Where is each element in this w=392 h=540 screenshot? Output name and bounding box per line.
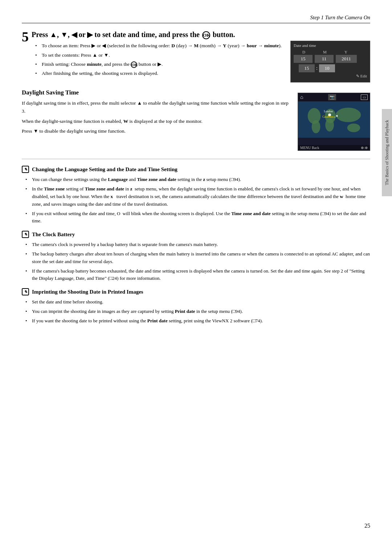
hour-field: 15 [299, 64, 315, 72]
step5-bullet-4: After finishing the setting, the shootin… [35, 70, 282, 77]
minute-field: 10 [319, 64, 335, 72]
svg-point-4 [336, 108, 361, 122]
y-label: Y [336, 50, 355, 54]
svg-text:Casablanca: Casablanca [322, 115, 335, 118]
note1-title: ✎ Changing the Language Setting and the … [22, 166, 370, 173]
note2-bullets: The camera's clock is powered by a backu… [22, 241, 370, 282]
note3-bullet-2: You can imprint the shooting date in ima… [25, 308, 370, 315]
world-map-svg: London Casablanca [298, 101, 370, 138]
edit-icon: ✎ [356, 74, 359, 78]
step5-bullet-1: To choose an item: Press ▶ or ◀ (selecte… [35, 42, 282, 49]
time-row: 15 : 10 [294, 64, 367, 72]
step5-bullet-2: To set the contents: Press ▲ or ▼. [35, 52, 282, 59]
note2-bullet-1: The camera's clock is powered by a backu… [25, 241, 370, 249]
month-field: 11 [315, 55, 334, 63]
note1-body: You can change these settings using the … [22, 176, 370, 225]
svg-point-5 [347, 124, 360, 132]
page-container: Step 1 Turn the Camera On 5 Press ▲, ▼, … [0, 0, 392, 540]
daylight-body1: If daylight saving time is in effect, pr… [22, 99, 290, 115]
ok-button-icon: OK [202, 31, 210, 39]
step5-left: 5 Press ▲, ▼, ◀ or ▶ to set date and tim… [22, 30, 283, 82]
note1-bullet-2: In the Time zone setting of Time zone an… [25, 185, 370, 208]
daylight-body3: Press ▼ to disable the daylight saving t… [22, 127, 290, 135]
year-field: 2011 [336, 55, 357, 63]
note2-bullet-2: The backup battery charges after about t… [25, 250, 370, 266]
note3-title: ✎ Imprinting the Shooting Date in Printe… [22, 288, 370, 295]
m-label: M [315, 50, 334, 54]
date-row: 15 11 2011 [294, 55, 367, 63]
header-title: Step 1 Turn the Camera On [310, 15, 370, 21]
note3-bullets: Set the date and time before shooting. Y… [22, 298, 370, 325]
date-time-label: Date and time [294, 43, 367, 48]
step5-number: 5 [22, 30, 29, 44]
dmy-labels: D M Y [294, 50, 367, 54]
day-field: 15 [294, 55, 313, 63]
note1-section: ✎ Changing the Language Setting and the … [22, 166, 370, 225]
note2-section: ✎ The Clock Battery The camera's clock i… [22, 231, 370, 282]
daylight-body2: When the daylight-saving time function i… [22, 117, 290, 125]
svg-text:London: London [324, 110, 333, 113]
divider [22, 159, 370, 159]
note3-title-text: Imprinting the Shooting Date in Printed … [32, 289, 143, 295]
page-number: 25 [364, 523, 370, 529]
svg-point-1 [325, 118, 334, 132]
edit-row: ✎ Edit [294, 74, 367, 78]
map-home-icon: ⌂ [300, 94, 303, 100]
header: Step 1 Turn the Camera On [22, 15, 370, 23]
note3-bullet-1: Set the date and time before shooting. [25, 298, 370, 306]
note2-icon: ✎ [22, 231, 29, 238]
step5-section: 5 Press ▲, ▼, ◀ or ▶ to set date and tim… [22, 30, 370, 82]
map-ok-icon: ⊕:⊕ [361, 146, 368, 150]
note2-title-text: The Clock Battery [32, 231, 75, 238]
note2-body: The camera's clock is powered by a backu… [22, 241, 370, 282]
daylight-left: Daylight Saving Time If daylight saving … [22, 89, 290, 151]
step5-title: Press ▲, ▼, ◀ or ▶ to set date and time,… [32, 30, 282, 39]
time-colon: : [316, 65, 318, 71]
note1-title-text: Changing the Language Setting and the Da… [32, 166, 177, 173]
date-time-widget: Date and time D M Y 15 11 2011 15 : 10 ✎… [290, 41, 370, 82]
map-camera-icon: 📷 [328, 94, 336, 100]
d-label: D [294, 50, 313, 54]
sidebar-tab-text: The Basics of Shooting and Playback [384, 120, 390, 185]
svg-point-3 [312, 120, 320, 133]
note3-icon: ✎ [22, 288, 29, 295]
note1-icon: ✎ [22, 166, 29, 173]
edit-label: Edit [360, 74, 367, 78]
map-bottom-bar: MENU Back ⊕:⊕ [298, 145, 370, 150]
daylight-title: Daylight Saving Time [22, 89, 290, 96]
world-map-widget: ⌂ 📷 ▭ London Casablanca [298, 93, 370, 151]
note2-title: ✎ The Clock Battery [22, 231, 370, 238]
note1-bullet-3: If you exit without setting the date and… [25, 210, 370, 225]
step5-bullet-3: Finish setting: Choose minute, and press… [35, 61, 282, 68]
sidebar-tab: The Basics of Shooting and Playback [382, 109, 392, 196]
note2-bullet-3: If the camera's backup battery becomes e… [25, 267, 370, 283]
daylight-section: Daylight Saving Time If daylight saving … [22, 89, 370, 151]
note1-bullet-1: You can change these settings using the … [25, 176, 370, 184]
note1-bullets: You can change these settings using the … [22, 176, 370, 225]
note3-bullet-3: If you want the shooting date to be prin… [25, 317, 370, 325]
note3-body: Set the date and time before shooting. Y… [22, 298, 370, 325]
map-top-bar: ⌂ 📷 ▭ [298, 93, 370, 101]
map-menu-label: MENU Back [300, 146, 319, 150]
map-battery-icon: ▭ [361, 94, 368, 100]
note3-section: ✎ Imprinting the Shooting Date in Printe… [22, 288, 370, 325]
step5-bullets: To choose an item: Press ▶ or ◀ (selecte… [32, 42, 282, 77]
